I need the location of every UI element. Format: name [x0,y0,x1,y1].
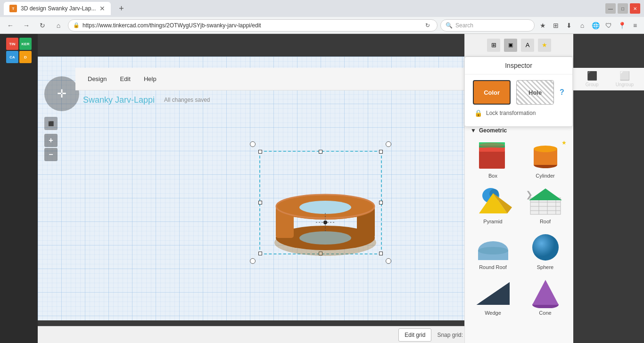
sphere-shape-item[interactable]: Sphere [521,230,570,272]
ring-3d-shape[interactable] [259,151,391,264]
save-status: All changes saved [164,97,210,103]
menu-design[interactable]: Design [81,73,113,85]
sphere-label: Sphere [537,264,553,270]
cube-view-button[interactable]: ▣ [504,39,517,52]
lock-icon: 🔒 [474,109,482,117]
logo-ca: CA [6,51,18,63]
inspector-help-button[interactable]: ? [560,88,564,97]
wedge-label: Wedge [485,310,501,316]
menu-help[interactable]: Help [137,73,163,85]
home-button[interactable]: ⌂ [52,19,65,32]
favorites-button[interactable]: ★ [538,39,551,52]
back-button[interactable]: ← [4,19,17,32]
svg-marker-38 [477,282,510,305]
svg-point-34 [478,247,508,254]
tinkercad-logo[interactable]: TIN KER CA D [6,38,32,63]
logo-ker: KER [19,38,32,50]
box-label: Box [488,173,497,179]
download-icon[interactable]: ⬇ [564,20,574,31]
pyramid-shape-item[interactable]: Pyramid [469,184,517,226]
box-thumbnail [474,140,512,171]
tab-favicon: T [9,5,17,12]
svg-point-16 [479,143,504,147]
ungroup-button[interactable]: ⬜ Ungroup [611,69,638,89]
menu-edit[interactable]: Edit [113,73,137,85]
search-bar[interactable]: 🔍 Search [440,19,535,32]
nav-bar: ← → ↻ ⌂ 🔒 https://www.tinkercad.com/thin… [0,17,644,34]
cone-thumbnail [527,278,564,308]
shield-icon[interactable]: 🛡 [603,20,614,31]
box-shape-item[interactable]: Box [469,139,517,180]
ring-object-container[interactable] [259,151,391,264]
hole-button[interactable]: Hole [516,80,554,105]
group-label: Group [586,82,599,87]
new-tab-button[interactable]: + [115,2,128,15]
zoom-out-button[interactable]: − [44,148,58,161]
cylinder-shape-item[interactable]: ★ Cylinder [521,139,570,180]
url-bar[interactable]: 🔒 https://www.tinkercad.com/things/2OTWy… [68,19,438,32]
maximize-button[interactable]: □ [618,3,628,14]
inspector-panel: Inspector Color Hole ? 🔒 Lock transforma… [464,57,573,127]
zoom-controls: + − [44,134,58,161]
globe-icon[interactable]: 🌐 [590,20,601,31]
cylinder-star-badge: ★ [561,139,567,146]
tab-close-button[interactable]: ✕ [99,5,105,12]
view-controls: ⬛ [44,117,58,132]
list-view-button[interactable]: A [521,39,534,52]
compass-control[interactable]: ✛ [44,76,79,111]
minimize-button[interactable]: — [605,3,616,14]
cone-shape-item[interactable]: Cone [521,276,570,318]
round-roof-thumbnail [474,232,512,262]
svg-point-5 [299,231,351,245]
round-roof-shape-item[interactable]: Round Roof [469,230,517,272]
rotate-handle-tl[interactable] [250,141,256,147]
forward-button[interactable]: → [20,19,33,32]
svg-marker-40 [532,280,559,305]
roof-label: Roof [540,219,551,224]
canvas-bottom-bar: Edit grid Snap grid: ▼ [38,326,498,343]
window-controls: — □ ✕ [605,3,640,14]
cone-label: Cone [539,310,551,316]
cylinder-thumbnail [527,140,564,171]
color-button[interactable]: Color [473,80,511,105]
inspector-body: Color Hole ? 🔒 Lock transformation [465,74,572,122]
geometric-label: Geometric [479,127,507,134]
lock-transformation-row[interactable]: 🔒 Lock transformation [471,109,567,117]
svg-marker-31 [529,188,562,200]
shapes-panel-toolbar: ⊞ ▣ A ★ [465,34,573,57]
grid-view-button[interactable]: ⊞ [487,39,500,52]
svg-point-7 [299,201,351,214]
close-button[interactable]: ✕ [630,3,640,14]
group-icon: ⬛ [587,71,597,81]
edit-grid-button[interactable]: Edit grid [398,328,431,342]
logo-tin: TIN [6,38,18,50]
rotate-handle-bl[interactable] [250,258,256,264]
project-name[interactable]: Swanky Jarv-Lappi [83,95,155,105]
home-nav-icon[interactable]: ⌂ [577,20,587,31]
tab-title: 3D design Swanky Jarv-Lap... [21,5,96,12]
sphere-thumbnail [527,232,564,262]
app-menu: Design Edit Help [81,73,163,85]
ungroup-label: Ungroup [616,82,634,87]
panel-collapse-arrow[interactable]: ❯ [526,189,533,200]
browser-tab[interactable]: T 3D design Swanky Jarv-Lap... ✕ [4,2,111,15]
color-label: Color [484,89,500,96]
cylinder-label: Cylinder [536,173,554,179]
ungroup-icon: ⬜ [619,71,630,81]
app-sidebar: TIN KER CA D [0,34,38,343]
pyramid-label: Pyramid [483,219,502,224]
svg-point-19 [534,146,557,152]
zoom-in-button[interactable]: + [44,134,58,147]
location-icon[interactable]: 📍 [617,20,627,31]
url-text: https://www.tinkercad.com/things/2OTWygU… [83,22,423,29]
extensions-icon[interactable]: ⊞ [551,20,561,31]
rotate-handle-tr[interactable] [386,141,391,147]
refresh-button[interactable]: ↻ [36,19,49,32]
wedge-shape-item[interactable]: Wedge [469,276,517,318]
bookmarks-icon[interactable]: ★ [537,20,548,31]
search-placeholder: Search [455,22,473,29]
menu-icon[interactable]: ≡ [630,20,640,31]
view-cube-button[interactable]: ⬛ [44,117,58,130]
round-roof-label: Round Roof [479,264,507,270]
group-button[interactable]: ⬛ Group [581,69,603,89]
